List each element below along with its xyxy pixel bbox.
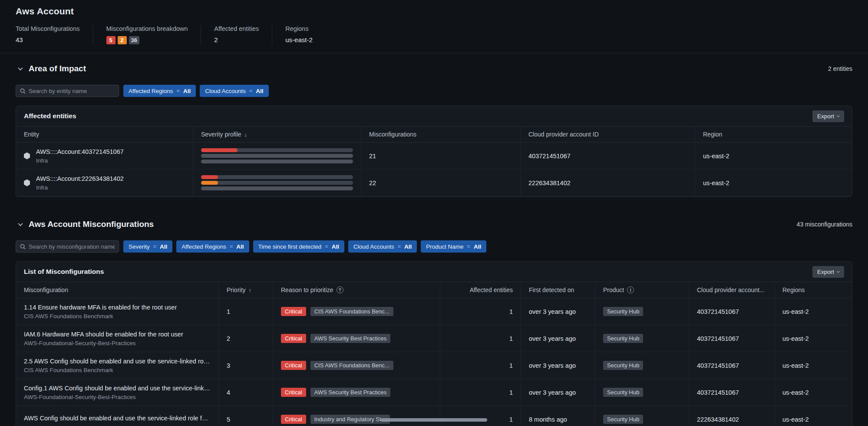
entity-name: AWS::::Account:222634381402	[36, 175, 124, 182]
reason-to-prioritize-cell: CriticalAWS Security Best Practices	[273, 325, 440, 352]
column-header-priority[interactable]: Priority↑	[219, 282, 273, 298]
product-chip: Security Hub	[603, 334, 643, 343]
column-header-severity-profile[interactable]: Severity profile↓	[193, 126, 361, 142]
export-button[interactable]: Export	[812, 266, 844, 278]
reason-to-prioritize-cell: CriticalIndustry and Regulatory St...	[273, 406, 440, 426]
sort-desc-icon: ↓	[244, 131, 248, 138]
column-label: Region	[703, 131, 722, 138]
column-header-cloud-provider-account-id[interactable]: Cloud provider account ID	[521, 126, 695, 142]
entity-cell: AWS::::Account:222634381402Infra	[16, 170, 193, 196]
account-id-cell: 403721451067	[689, 352, 775, 379]
filter-label: Product Name	[426, 243, 463, 250]
filter-value: All	[404, 243, 412, 250]
filter-chip-product-name[interactable]: Product Name=All	[421, 240, 486, 253]
column-header-misconfiguration[interactable]: Misconfiguration	[16, 282, 219, 298]
regions-cell: us-east-2	[775, 325, 852, 352]
reason-chip: Industry and Regulatory St...	[310, 415, 390, 424]
column-header-affected-entities[interactable]: Affected entities	[440, 282, 521, 298]
column-header-region[interactable]: Region	[695, 126, 852, 142]
chevron-down-icon[interactable]	[16, 64, 25, 73]
affected-entities-cell: 1	[440, 352, 521, 379]
misconfiguration-text: AWS Config should be enabled and use the…	[24, 415, 211, 424]
first-detected-cell: over 3 years ago	[521, 298, 595, 325]
column-label: Entity	[24, 131, 39, 138]
reason-chip: AWS Security Best Practices	[310, 388, 390, 397]
column-header-reason-to-prioritize[interactable]: Reason to prioritize?	[273, 282, 440, 298]
filter-chip-affected-regions[interactable]: Affected Regions=All	[123, 85, 196, 97]
column-header-entity[interactable]: Entity	[16, 126, 193, 142]
section-title-misconfigurations: Aws Account Misconfigurations	[29, 220, 154, 229]
misconfigurations-card: List of Misconfigurations Export Misconf…	[16, 261, 852, 426]
table-row[interactable]: AWS Config should be enabled and use the…	[16, 406, 852, 426]
filter-chip-affected-regions[interactable]: Affected Regions=All	[176, 240, 249, 253]
filter-chip-severity[interactable]: Severity=All	[123, 240, 172, 253]
search-icon	[20, 244, 26, 250]
horizontal-scrollbar[interactable]	[381, 418, 487, 422]
column-header-regions[interactable]: Regions	[775, 282, 852, 298]
filter-label: Severity	[129, 243, 150, 250]
reason-to-prioritize-cell: CriticalAWS Security Best Practices	[273, 379, 440, 406]
first-detected-cell: over 3 years ago	[521, 352, 595, 379]
filter-chip-cloud-accounts[interactable]: Cloud Accounts=All	[348, 240, 417, 253]
export-button[interactable]: Export	[812, 110, 844, 122]
misconfigurations-count-cell: 21	[361, 143, 521, 169]
entity-search-input[interactable]	[29, 88, 115, 94]
table-row[interactable]: Config.1 AWS Config should be enabled an…	[16, 379, 852, 406]
misconfiguration-search-input[interactable]	[29, 243, 115, 250]
entity-hexagon-icon	[24, 180, 30, 186]
misconfiguration-title: IAM.6 Hardware MFA should be enabled for…	[24, 331, 183, 338]
stat-label: Misconfigurations breakdown	[106, 25, 188, 32]
column-label: Cloud provider account...	[697, 286, 765, 293]
stat-misconfigurations-breakdown: Misconfigurations breakdown5236	[93, 25, 201, 44]
filter-chip-time-since-first-detected[interactable]: Time since first detected=All	[253, 240, 344, 253]
help-icon[interactable]: ?	[337, 286, 343, 293]
reason-chip: CIS AWS Foundations Benc...	[310, 361, 393, 370]
column-label: First detected on	[529, 286, 574, 293]
column-header-cloud-provider-account[interactable]: Cloud provider account...	[689, 282, 775, 298]
info-icon[interactable]: i	[627, 286, 634, 293]
misconfiguration-cell: IAM.6 Hardware MFA should be enabled for…	[16, 325, 219, 352]
misconfiguration-cell: 1.14 Ensure hardware MFA is enabled for …	[16, 298, 219, 325]
column-header-product[interactable]: Producti	[595, 282, 689, 298]
filter-operator: =	[230, 243, 233, 250]
column-label: Cloud provider account ID	[528, 131, 599, 138]
affected-entities-cell: 1	[440, 325, 521, 352]
divider	[0, 53, 868, 53]
account-id-cell: 403721451067	[689, 379, 775, 406]
severity-count-badge: 2	[118, 36, 127, 44]
filter-label: Affected Regions	[129, 88, 173, 94]
affected-entities-table-body: AWS::::Account:403721451067Infra21403721…	[16, 143, 852, 196]
stat-total-misconfigurations: Total Misconfigurations43	[16, 25, 93, 44]
misconfiguration-search[interactable]	[16, 240, 119, 253]
filter-label: Time since first detected	[258, 243, 322, 250]
column-header-first-detected-on[interactable]: First detected on	[521, 282, 595, 298]
severity-bar-track	[201, 148, 353, 152]
misconfiguration-text: IAM.6 Hardware MFA should be enabled for…	[24, 331, 183, 346]
entity-hexagon-icon	[24, 153, 30, 160]
table-row[interactable]: 2.5 AWS Config should be enabled and use…	[16, 352, 852, 379]
column-header-misconfigurations[interactable]: Misconfigurations	[361, 126, 521, 142]
regions-cell: us-east-2	[775, 379, 852, 406]
column-label: Product	[603, 286, 624, 293]
table-row[interactable]: IAM.6 Hardware MFA should be enabled for…	[16, 325, 852, 352]
stat-label: Total Misconfigurations	[16, 25, 80, 32]
column-label: Affected entities	[470, 286, 513, 293]
affected-entities-cell: 1	[440, 298, 521, 325]
chevron-down-icon	[837, 114, 840, 117]
misconfiguration-text: 1.14 Ensure hardware MFA is enabled for …	[24, 304, 177, 320]
account-id-cell: 222634381402	[689, 406, 775, 426]
area-of-impact-header: Area of Impact 2 entities	[16, 64, 852, 73]
table-row[interactable]: AWS::::Account:403721451067Infra21403721…	[16, 143, 852, 170]
region-cell: us-east-2	[695, 170, 852, 196]
filter-value: All	[236, 243, 244, 250]
filter-chip-cloud-accounts[interactable]: Cloud Accounts=All	[200, 85, 268, 97]
table-row[interactable]: 1.14 Ensure hardware MFA is enabled for …	[16, 298, 852, 325]
product-cell: Security Hub	[595, 352, 689, 379]
severity-badge-row: 5236	[106, 36, 188, 44]
chevron-down-icon[interactable]	[16, 220, 25, 229]
entity-search[interactable]	[16, 85, 119, 97]
sort-asc-icon: ↑	[249, 287, 252, 293]
product-cell: Security Hub	[595, 298, 689, 325]
entities-count: 2 entities	[828, 65, 852, 72]
table-row[interactable]: AWS::::Account:222634381402Infra22222634…	[16, 170, 852, 196]
